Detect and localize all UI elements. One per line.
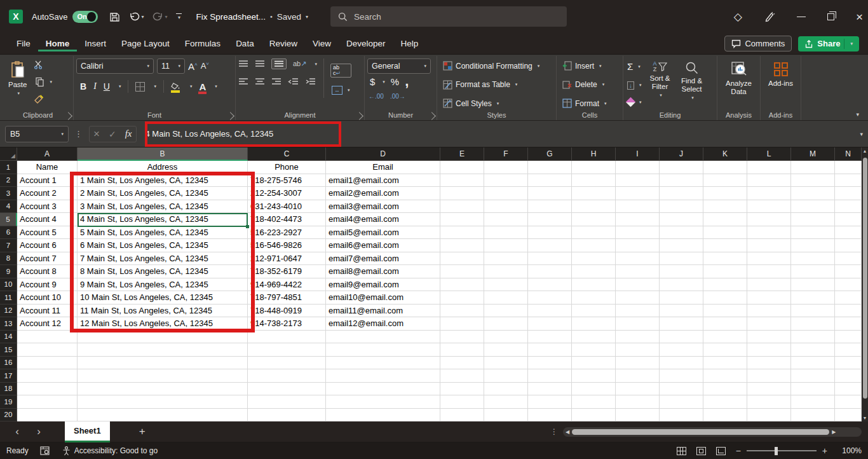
cell-M16[interactable] — [791, 357, 835, 370]
cell-G2[interactable] — [528, 174, 572, 188]
cell-M6[interactable] — [791, 226, 835, 240]
cell-B20[interactable] — [78, 409, 248, 422]
fill-button[interactable]: ↓ ▾ — [626, 80, 643, 91]
cell-F8[interactable] — [484, 252, 528, 266]
paste-chevron-icon[interactable]: ▾ — [17, 91, 20, 96]
cell-I14[interactable] — [616, 331, 660, 344]
cell-I11[interactable] — [616, 291, 660, 305]
cell-L12[interactable] — [747, 305, 791, 318]
col-header-D[interactable]: D — [326, 147, 440, 161]
row-header-10[interactable]: 10 — [0, 278, 17, 292]
cell-K12[interactable] — [703, 305, 747, 318]
cell-I12[interactable] — [616, 305, 660, 318]
cell-L18[interactable] — [747, 383, 791, 396]
cell-A13[interactable]: Account 12 — [17, 317, 78, 331]
format-as-table-button[interactable]: Format as Table ▾ — [442, 79, 553, 91]
italic-button[interactable]: I — [93, 81, 97, 92]
find-select-button[interactable]: Find & Select ▾ — [677, 58, 707, 107]
cell-J8[interactable] — [660, 252, 703, 266]
cell-I5[interactable] — [616, 213, 660, 226]
zoom-in-button[interactable]: + — [822, 446, 827, 456]
row-header-14[interactable]: 14 — [0, 331, 17, 344]
cell-H7[interactable] — [572, 239, 616, 252]
cell-A14[interactable] — [17, 331, 78, 344]
cell-D11[interactable]: email10@email.com — [326, 291, 440, 305]
zoom-level[interactable]: 100% — [837, 446, 862, 455]
ribbon-tab-data[interactable]: Data — [228, 36, 262, 51]
cell-D15[interactable] — [326, 343, 440, 357]
scroll-left-icon[interactable]: ◀ — [566, 429, 569, 435]
prev-sheet-button[interactable]: ‹ — [6, 425, 28, 438]
conditional-formatting-button[interactable]: Conditional Formatting ▾ — [442, 60, 553, 72]
row-header-15[interactable]: 15 — [0, 343, 17, 357]
cell-K18[interactable] — [703, 383, 747, 396]
cell-C10[interactable]: 914-969-4422 — [248, 278, 326, 292]
scroll-right-icon[interactable]: ▶ — [832, 429, 836, 435]
row-header-12[interactable]: 12 — [0, 305, 17, 318]
cell-D4[interactable]: email3@email.com — [326, 200, 440, 214]
cell-F5[interactable] — [484, 213, 528, 226]
cell-K11[interactable] — [703, 291, 747, 305]
cell-M4[interactable] — [791, 200, 835, 214]
cell-A16[interactable] — [17, 357, 78, 370]
cell-C13[interactable]: 914-738-2173 — [248, 317, 326, 331]
cell-D8[interactable]: email7@email.com — [326, 252, 440, 266]
cell-K15[interactable] — [703, 343, 747, 357]
cell-M9[interactable] — [791, 265, 835, 278]
cell-F7[interactable] — [484, 239, 528, 252]
merge-center-chevron-icon[interactable]: ▾ — [348, 88, 350, 93]
cell-D6[interactable]: email5@email.com — [326, 226, 440, 240]
cell-C18[interactable] — [248, 383, 326, 396]
cell-N8[interactable] — [835, 252, 862, 266]
cell-M3[interactable] — [791, 187, 835, 200]
cell-I13[interactable] — [616, 317, 660, 331]
cell-N19[interactable] — [835, 395, 862, 409]
font-color-chevron-icon[interactable]: ▾ — [215, 84, 217, 89]
cell-B18[interactable] — [78, 383, 248, 396]
cell-K14[interactable] — [703, 331, 747, 344]
cell-K10[interactable] — [703, 278, 747, 292]
cell-I8[interactable] — [616, 252, 660, 266]
cell-A5[interactable]: Account 4 — [17, 213, 78, 226]
cell-C11[interactable]: 718-797-4851 — [248, 291, 326, 305]
cell-K16[interactable] — [703, 357, 747, 370]
orientation-button[interactable]: ab↗ — [293, 60, 306, 68]
accessibility-status[interactable]: Accessibility: Good to go — [62, 446, 158, 456]
cell-L1[interactable] — [747, 161, 791, 174]
cell-K2[interactable] — [703, 174, 747, 188]
fill-color-chevron-icon[interactable]: ▾ — [190, 84, 193, 89]
cell-A10[interactable]: Account 9 — [17, 278, 78, 292]
cell-J5[interactable] — [660, 213, 703, 226]
col-header-C[interactable]: C — [248, 147, 326, 161]
cell-D13[interactable]: email12@email.com — [326, 317, 440, 331]
feedback-pen-icon[interactable] — [764, 11, 775, 22]
cell-G15[interactable] — [528, 343, 572, 357]
col-header-M[interactable]: M — [791, 147, 835, 161]
normal-view-button[interactable] — [677, 447, 686, 455]
cell-I16[interactable] — [616, 357, 660, 370]
comments-button[interactable]: Comments — [724, 36, 792, 51]
currency-button[interactable]: $ — [370, 76, 375, 87]
cell-E14[interactable] — [440, 331, 484, 344]
cell-I3[interactable] — [616, 187, 660, 200]
cell-I17[interactable] — [616, 369, 660, 383]
premium-diamond-icon[interactable]: ◇ — [734, 10, 742, 24]
cell-L2[interactable] — [747, 174, 791, 188]
cell-E4[interactable] — [440, 200, 484, 214]
copy-chevron-icon[interactable]: ▾ — [50, 79, 52, 85]
name-box[interactable]: B5 ▾ — [5, 126, 69, 142]
cell-F13[interactable] — [484, 317, 528, 331]
col-header-A[interactable]: A — [17, 147, 78, 161]
cell-D12[interactable]: email11@email.com — [326, 305, 440, 318]
cell-M17[interactable] — [791, 369, 835, 383]
align-right-icon[interactable] — [271, 78, 281, 86]
delete-cells-button[interactable]: Delete ▾ — [561, 79, 620, 91]
cell-F16[interactable] — [484, 357, 528, 370]
redo-chevron-icon[interactable]: ▾ — [165, 14, 167, 20]
cell-J14[interactable] — [660, 331, 703, 344]
autosave-toggle[interactable]: On — [72, 11, 98, 23]
cell-M11[interactable] — [791, 291, 835, 305]
cell-K8[interactable] — [703, 252, 747, 266]
cell-G19[interactable] — [528, 395, 572, 409]
cell-J18[interactable] — [660, 383, 703, 396]
